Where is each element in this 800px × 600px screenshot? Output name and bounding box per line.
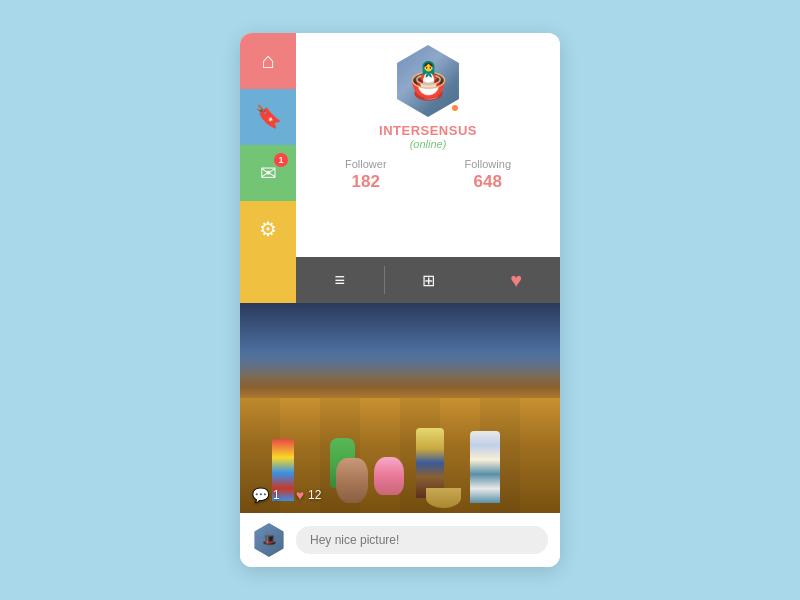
sidebar-item-mail[interactable]: ✉ 1 <box>240 145 296 201</box>
image-stats: 💬 1 ♥ 12 <box>252 487 321 503</box>
follower-label: Follower <box>345 158 387 170</box>
sidebar-item-settings[interactable]: ⚙ <box>240 201 296 257</box>
follower-count: 182 <box>352 172 380 192</box>
scene-background <box>240 303 560 513</box>
grid-view-button[interactable]: ⊞ <box>385 257 473 303</box>
mail-icon: ✉ <box>260 161 277 185</box>
online-indicator <box>450 103 460 113</box>
sidebar: ⌂ 🔖 ✉ 1 ⚙ <box>240 33 296 257</box>
top-section: ⌂ 🔖 ✉ 1 ⚙ 🪆 INTERSENSUS (online) <box>240 33 560 257</box>
comment-input[interactable] <box>296 526 548 554</box>
like-button[interactable]: ♥ <box>472 257 560 303</box>
list-icon: ≡ <box>335 270 346 291</box>
comment-area: 🎩 <box>240 513 560 567</box>
post-image: 💬 1 ♥ 12 <box>240 303 560 513</box>
following-label: Following <box>465 158 511 170</box>
avatar: 🪆 <box>392 45 464 117</box>
list-view-button[interactable]: ≡ <box>296 257 384 303</box>
char-hamm <box>374 457 404 495</box>
sidebar-item-home[interactable]: ⌂ <box>240 33 296 89</box>
gear-icon: ⚙ <box>259 217 277 241</box>
follower-stat: Follower 182 <box>345 158 387 192</box>
action-bar: ≡ ⊞ ♥ <box>240 257 560 303</box>
mail-badge: 1 <box>274 153 288 167</box>
action-spacer <box>240 257 296 303</box>
online-status: (online) <box>410 138 447 150</box>
like-count-stat: ♥ 12 <box>296 487 322 503</box>
profile-card: ⌂ 🔖 ✉ 1 ⚙ 🪆 INTERSENSUS (online) <box>240 33 560 567</box>
sidebar-item-bookmark[interactable]: 🔖 <box>240 89 296 145</box>
char-buzz <box>470 431 500 503</box>
username: INTERSENSUS <box>379 123 477 138</box>
heart-icon: ♥ <box>510 269 522 292</box>
bookmark-icon: 🔖 <box>255 104 282 130</box>
char-slinky <box>426 488 461 508</box>
comment-count-stat: 💬 1 <box>252 487 280 503</box>
action-buttons: ≡ ⊞ ♥ <box>296 257 560 303</box>
following-stat: Following 648 <box>465 158 511 192</box>
stats-row: Follower 182 Following 648 <box>306 158 550 192</box>
grid-icon: ⊞ <box>422 271 435 290</box>
profile-area: 🪆 INTERSENSUS (online) Follower 182 Foll… <box>296 33 560 257</box>
commenter-avatar-icon: 🎩 <box>262 533 277 547</box>
home-icon: ⌂ <box>261 48 274 74</box>
like-icon: ♥ <box>296 487 304 503</box>
likes-count: 12 <box>308 488 321 502</box>
following-count: 648 <box>474 172 502 192</box>
comments-count: 1 <box>273 488 280 502</box>
char-potato <box>336 458 368 503</box>
comment-icon: 💬 <box>252 487 269 503</box>
commenter-avatar: 🎩 <box>252 523 286 557</box>
